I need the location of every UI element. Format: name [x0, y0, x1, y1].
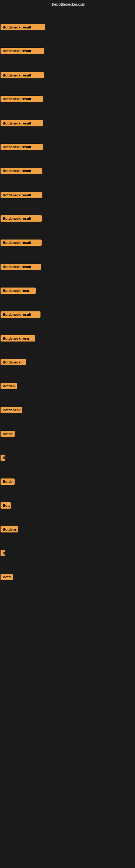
bottleneck-result-badge[interactable]: Bottleneck — [1, 407, 22, 413]
bottleneck-card-wrapper-2: Bottleneck result — [1, 48, 44, 55]
bottleneck-result-badge[interactable]: Bottleneck result — [1, 215, 42, 222]
bottleneck-result-badge[interactable]: Bottleneck result — [1, 24, 45, 30]
bottleneck-card-wrapper-19: B — [1, 455, 5, 462]
bottleneck-card-wrapper-24: Bottl — [1, 574, 13, 581]
bottleneck-result-badge[interactable]: Bottleneck resu — [1, 335, 35, 341]
bottleneck-card-wrapper-7: Bottleneck result — [1, 167, 42, 175]
bottleneck-card-wrapper-9: Bottleneck result — [1, 215, 42, 223]
bottleneck-card-wrapper-16: Bottlen — [1, 383, 17, 390]
bottleneck-card-wrapper-4: Bottleneck result — [1, 96, 43, 103]
bottleneck-card-wrapper-10: Bottleneck result — [1, 240, 42, 247]
bottleneck-card-wrapper-3: Bottleneck result — [1, 72, 44, 80]
bottleneck-card-wrapper-15: Bottleneck r — [1, 359, 26, 367]
bottleneck-result-badge[interactable]: Bottleneck result — [1, 120, 43, 126]
bottleneck-result-badge[interactable]: B — [1, 550, 5, 556]
bottleneck-result-badge[interactable]: Bottleneck result — [1, 144, 43, 150]
bottleneck-result-badge[interactable]: B — [1, 455, 5, 461]
bottleneck-card-wrapper-18: Bottle — [1, 431, 14, 438]
bottleneck-card-wrapper-20: Bottle — [1, 478, 14, 486]
bottleneck-result-badge[interactable]: Bottle — [1, 431, 14, 437]
bottleneck-result-badge[interactable]: Bottl — [1, 574, 13, 580]
site-title: TheBottlenecker.com — [0, 0, 135, 9]
bottleneck-card-wrapper-6: Bottleneck result — [1, 144, 43, 151]
bottleneck-card-wrapper-21: Bott — [1, 502, 11, 510]
bottleneck-card-wrapper-12: Bottleneck resu — [1, 287, 36, 295]
bottleneck-result-badge[interactable]: Bottlens — [1, 526, 18, 532]
bottleneck-card-wrapper-23: B — [1, 550, 5, 557]
bottleneck-card-wrapper-1: Bottleneck result — [1, 24, 45, 31]
bottleneck-result-badge[interactable]: Bottleneck r — [1, 359, 26, 365]
bottleneck-card-wrapper-17: Bottleneck — [1, 407, 22, 414]
bottleneck-card-wrapper-8: Bottleneck result — [1, 192, 42, 199]
bottleneck-result-badge[interactable]: Bottleneck resu — [1, 287, 36, 294]
bottleneck-card-wrapper-22: Bottlens — [1, 526, 18, 533]
bottleneck-result-badge[interactable]: Bottleneck result — [1, 96, 43, 102]
bottleneck-result-badge[interactable]: Bottleneck result — [1, 240, 42, 246]
bottleneck-card-wrapper-11: Bottleneck result — [1, 264, 41, 271]
bottleneck-card-wrapper-14: Bottleneck resu — [1, 335, 35, 343]
bottleneck-result-badge[interactable]: Bottleneck result — [1, 311, 41, 318]
bottleneck-card-wrapper-5: Bottleneck result — [1, 120, 43, 127]
bottleneck-result-badge[interactable]: Bottle — [1, 478, 14, 485]
bottleneck-result-badge[interactable]: Bottleneck result — [1, 264, 41, 270]
bottleneck-result-badge[interactable]: Bottleneck result — [1, 167, 42, 174]
bottleneck-result-badge[interactable]: Bottleneck result — [1, 48, 44, 54]
bottleneck-result-badge[interactable]: Bott — [1, 502, 11, 508]
bottleneck-result-badge[interactable]: Bottleneck result — [1, 192, 42, 198]
bottleneck-card-wrapper-13: Bottleneck result — [1, 311, 41, 319]
bottleneck-result-badge[interactable]: Bottleneck result — [1, 72, 44, 79]
bottleneck-result-badge[interactable]: Bottlen — [1, 383, 17, 389]
